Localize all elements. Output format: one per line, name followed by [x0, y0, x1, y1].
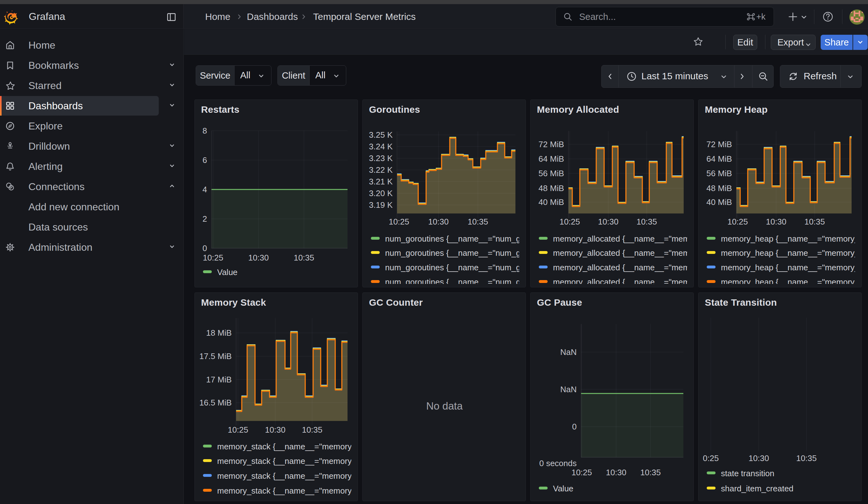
svg-text:10:30: 10:30 [428, 217, 448, 226]
svg-text:6: 6 [203, 155, 207, 165]
svg-text:3.22 K: 3.22 K [369, 165, 393, 175]
svg-text:10:30: 10:30 [766, 217, 786, 226]
svg-text:10:35: 10:35 [467, 217, 488, 226]
svg-text:2: 2 [203, 214, 207, 224]
svg-text:3.20 K: 3.20 K [369, 188, 393, 198]
svg-text:10:35: 10:35 [302, 425, 322, 434]
svg-text:48 MiB: 48 MiB [706, 184, 732, 193]
svg-text:3.24 K: 3.24 K [369, 142, 393, 151]
svg-text:10:30: 10:30 [265, 425, 285, 434]
svg-text:10:25: 10:25 [228, 425, 248, 434]
svg-text:10:30: 10:30 [748, 453, 769, 463]
svg-text:10:35: 10:35 [293, 253, 314, 263]
svg-text:72 MiB: 72 MiB [706, 140, 732, 149]
svg-text:0:25: 0:25 [703, 453, 719, 463]
svg-text:10:25: 10:25 [389, 217, 409, 226]
svg-text:10:35: 10:35 [636, 217, 657, 226]
svg-text:16.5 MiB: 16.5 MiB [199, 398, 232, 407]
svg-text:10:25: 10:25 [203, 253, 223, 263]
svg-text:10:25: 10:25 [727, 217, 748, 226]
svg-text:64 MiB: 64 MiB [706, 154, 732, 164]
svg-text:4: 4 [203, 185, 207, 194]
svg-text:40 MiB: 40 MiB [706, 197, 732, 207]
svg-text:10:30: 10:30 [248, 253, 269, 263]
svg-text:17 MiB: 17 MiB [206, 375, 232, 384]
svg-text:3.19 K: 3.19 K [369, 200, 393, 210]
svg-text:72 MiB: 72 MiB [538, 140, 564, 149]
svg-text:40 MiB: 40 MiB [538, 197, 564, 207]
svg-text:3.23 K: 3.23 K [369, 154, 393, 163]
svg-text:10:35: 10:35 [796, 453, 817, 463]
svg-text:18 MiB: 18 MiB [206, 328, 232, 338]
svg-text:48 MiB: 48 MiB [538, 184, 564, 193]
svg-text:10:30: 10:30 [598, 217, 618, 226]
svg-text:8: 8 [203, 126, 207, 135]
svg-text:17.5 MiB: 17.5 MiB [199, 351, 232, 361]
svg-text:56 MiB: 56 MiB [538, 169, 564, 178]
svg-text:3.25 K: 3.25 K [369, 130, 393, 140]
svg-text:10:35: 10:35 [804, 217, 825, 226]
svg-text:0: 0 [203, 244, 207, 253]
svg-text:64 MiB: 64 MiB [538, 154, 564, 164]
svg-text:3.21 K: 3.21 K [369, 177, 393, 186]
svg-text:0 seconds: 0 seconds [539, 459, 577, 468]
svg-text:56 MiB: 56 MiB [706, 169, 732, 178]
svg-text:10:25: 10:25 [559, 217, 580, 226]
